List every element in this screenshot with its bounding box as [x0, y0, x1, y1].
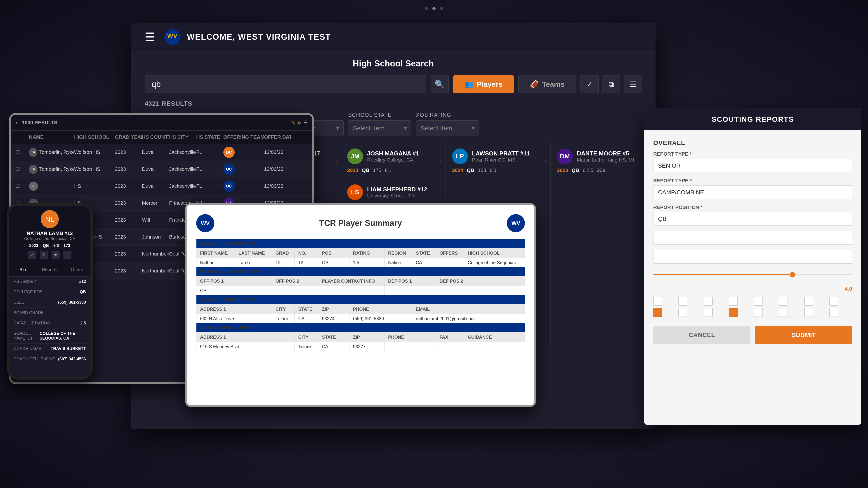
- team-logo-2: UC: [223, 181, 235, 192]
- player-avatar-4: DM: [557, 149, 573, 164]
- toolbar-right: ✓ ⧉ ☰: [581, 75, 642, 93]
- player-card-4[interactable]: DM DANTE MOORE #5 Martin Luther King HS,…: [551, 143, 655, 179]
- checkbox-1[interactable]: [678, 297, 687, 306]
- xos-rating-filter: XOS RATING Select Item ▾: [416, 112, 479, 136]
- phone-share-icon[interactable]: ↗: [28, 251, 36, 259]
- tablet-filter-icon[interactable]: ⧉: [298, 120, 301, 126]
- slider-track: [653, 274, 852, 275]
- tablet-list-icon[interactable]: ☰: [303, 120, 308, 126]
- player-stats-3: 2024 QB 183 6'0: [452, 167, 544, 173]
- player-school-7: University School, TN: [367, 193, 427, 199]
- hamburger-icon[interactable]: ☰: [145, 30, 155, 44]
- phone-avatar: NL: [41, 210, 59, 228]
- table-row[interactable]: ☐ R HS 2023 Duval Jacksonville FL UC 12/…: [11, 178, 312, 195]
- phone-info-school-name: SCHOOL NAME, ST COLLEGE OF THE SEQUOIAS,…: [9, 328, 90, 344]
- report-overall-section: OVERALL: [653, 139, 852, 147]
- dot-1: [425, 7, 428, 10]
- phone-info-coach-phone: COACH CELL PHONE (607) 342-4566: [9, 354, 90, 364]
- tcr-title: TCR Player Summary: [214, 219, 507, 228]
- results-count: 4321 RESULTS: [145, 100, 642, 107]
- report-type2-input[interactable]: [653, 186, 852, 199]
- report-position-input[interactable]: [653, 212, 852, 226]
- check-toolbar-button[interactable]: ✓: [581, 75, 598, 93]
- report-field-2[interactable]: [653, 250, 852, 264]
- phone-tab-bio[interactable]: Bio: [9, 263, 36, 276]
- checkbox-15[interactable]: [829, 308, 838, 317]
- player-avatar-2: JM: [347, 149, 363, 164]
- player-name-2: JOSH MAGANA #1: [367, 150, 419, 157]
- checkbox-6[interactable]: [804, 297, 813, 306]
- submit-button[interactable]: SUBMIT: [755, 326, 852, 344]
- checkbox-10[interactable]: [704, 308, 713, 317]
- rating-slider[interactable]: [653, 269, 852, 281]
- checkbox-8[interactable]: [653, 308, 662, 317]
- phone-star-icon[interactable]: ★: [52, 251, 60, 259]
- report-buttons: CANCEL SUBMIT: [653, 326, 852, 344]
- players-icon: 👥: [465, 80, 473, 89]
- copy-toolbar-button[interactable]: ⧉: [602, 75, 620, 93]
- checkbox-5[interactable]: [779, 297, 788, 306]
- teams-tab-button[interactable]: 🏈 Teams: [518, 75, 576, 93]
- next-arrow-3: ›: [545, 157, 547, 164]
- report-field-1[interactable]: [653, 231, 852, 245]
- report-panel-title: SCOUTING REPORTS: [653, 115, 852, 124]
- team-logo-1: UC: [223, 164, 235, 175]
- next-arrow-7: ›: [440, 193, 442, 200]
- row-avatar-1: TR: [29, 165, 37, 174]
- checkbox-0[interactable]: [653, 297, 662, 306]
- tcr-positional-row: QB: [196, 286, 525, 295]
- tcr-content: WV TCR Player Summary WV General Informa…: [187, 205, 534, 360]
- player-school-4: Martin Luther King HS, MI: [577, 157, 634, 163]
- tcr-section-general: General Information: [196, 239, 525, 248]
- tablet-back-button[interactable]: ‹: [16, 119, 18, 126]
- checkbox-3[interactable]: [729, 297, 738, 306]
- player-name-4: DANTE MOORE #5: [577, 150, 634, 157]
- checkbox-2[interactable]: [704, 297, 713, 306]
- player-stats-4: 2023 QB 6'2.5 209: [557, 167, 649, 173]
- tablet-edit-icon[interactable]: ✎: [291, 120, 295, 126]
- table-row[interactable]: ☐ TR Tomberlin, Ryker Wolfson HS 2023 Du…: [11, 161, 312, 178]
- table-row[interactable]: ☐ TR Tomberlin, Ryker Wolfson HS 2023 Du…: [11, 144, 312, 161]
- search-button[interactable]: 🔍: [431, 75, 449, 93]
- report-panel-body: OVERALL REPORT TYPE * REPORT TYPE * REPO…: [644, 130, 861, 353]
- report-type-input[interactable]: [653, 159, 852, 172]
- svg-text:WV: WV: [167, 32, 177, 39]
- search-icon: 🔍: [435, 79, 445, 89]
- tcr-section-address: Player Contact Info: [196, 295, 525, 304]
- phone-twitter-icon[interactable]: 𝕏: [40, 251, 48, 259]
- checkbox-14[interactable]: [804, 308, 813, 317]
- checkbox-9[interactable]: [678, 308, 687, 317]
- checkbox-7[interactable]: [829, 297, 838, 306]
- list-toolbar-button[interactable]: ☰: [624, 75, 642, 93]
- phone-player-name: NATHAN LAMB #12: [14, 230, 85, 236]
- checkbox-13[interactable]: [779, 308, 788, 317]
- player-school-2: Reedley College, CA: [367, 157, 419, 163]
- phone-info-board-grade: BOARD GRADE: [9, 308, 90, 318]
- slider-fill: [653, 274, 793, 275]
- player-avatar-3: LP: [452, 149, 468, 164]
- school-state-filter: SCHOOL STATE Select Item ▾: [348, 112, 411, 136]
- players-tab-button[interactable]: 👥 Players: [453, 75, 514, 93]
- school-state-select[interactable]: Select Item ▾: [348, 121, 411, 136]
- checkbox-12[interactable]: [754, 308, 763, 317]
- checkbox-11[interactable]: [729, 308, 738, 317]
- checkbox-4[interactable]: [754, 297, 763, 306]
- phone-tab-offers[interactable]: Offers: [63, 263, 90, 276]
- cancel-button[interactable]: CANCEL: [653, 326, 750, 344]
- search-input[interactable]: [145, 75, 426, 93]
- phone-info-hs-jersey: HS JERSEY #12: [9, 276, 90, 287]
- phone-tab-reports[interactable]: Reports: [36, 263, 63, 276]
- tablet-table-header: Name High School Grad Year HS County HS …: [11, 131, 312, 144]
- tcr-section-school-info: School Information: [196, 323, 525, 332]
- player-card-3[interactable]: LP LAWSON PRATT #11 Pearl River CC, MS 2…: [446, 143, 550, 179]
- nav-bar: ☰ WV WELCOME, WEST VIRGINIA TEST: [131, 23, 655, 52]
- phone-info-top-mph: TOP MPH: [9, 364, 90, 367]
- player-card-2[interactable]: JM JOSH MAGANA #1 Reedley College, CA 20…: [341, 143, 445, 179]
- xos-rating-select[interactable]: Select Item ▾: [416, 121, 479, 136]
- slider-thumb[interactable]: [790, 272, 795, 278]
- player-school-3: Pearl River CC, MS: [472, 157, 530, 163]
- phone-more-icon[interactable]: ⋯: [63, 251, 71, 259]
- tcr-school-row: 915 S Mooney Blvd Tulare CA 93277: [196, 342, 525, 351]
- phone-player-school: College of the Sequoias, CA: [14, 236, 85, 241]
- tcr-address-row: 632 N Atco Drive Tulare CA 93274 (559) 3…: [196, 314, 525, 323]
